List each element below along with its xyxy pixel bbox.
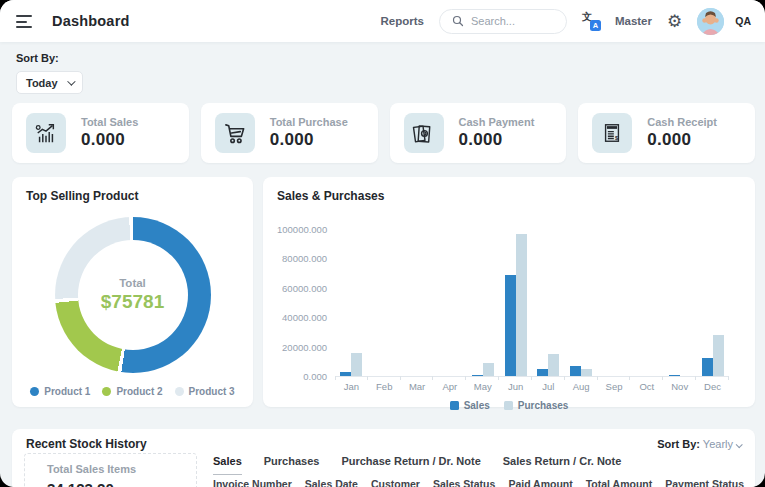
tab-sales-return-cr-note[interactable]: Sales Return / Cr. Note: [503, 455, 622, 475]
stock-table-header: Invoice NumberSales DateCustomerSales St…: [213, 478, 755, 487]
donut-center-label: Total: [119, 277, 146, 289]
x-tick-label: May: [466, 381, 499, 392]
bar-group-apr: [433, 229, 466, 376]
donut-chart[interactable]: Total $75781: [55, 217, 211, 373]
avatar-photo-icon: [697, 8, 724, 35]
cart-icon: [215, 113, 255, 153]
bar-chart-x-labels: JanFebMarAprMayJunJulAugSepOctNovDec: [335, 381, 729, 392]
summary-label: Total Sales Items: [47, 463, 196, 475]
bar-legend-item[interactable]: Sales: [450, 400, 490, 411]
x-tick-label: Jan: [335, 381, 368, 392]
legend-dot-icon: [30, 387, 39, 396]
bar-purchases[interactable]: [483, 363, 494, 376]
bar-sales[interactable]: [702, 358, 713, 376]
tab-purchase-return-dr-note[interactable]: Purchase Return / Dr. Note: [341, 455, 480, 475]
app-window: Dashboard Reports 文 A Master ⚙: [0, 0, 765, 487]
donut-chart-title: Top Selling Product: [26, 189, 239, 203]
column-header-sales-date: Sales Date: [305, 478, 358, 487]
bar-group-aug: [565, 229, 598, 376]
legend-square-icon: [450, 401, 459, 410]
bar-group-jun: [499, 229, 532, 376]
donut-legend-item[interactable]: Product 3: [175, 386, 235, 397]
x-tick-label: Jun: [499, 381, 532, 392]
charts-row: Top Selling Product Total $75781 Product…: [12, 177, 755, 407]
stock-sortby-dropdown[interactable]: Sort By: Yearly: [657, 438, 741, 450]
receipt-icon: $: [592, 113, 632, 153]
stat-label: Cash Payment: [459, 116, 535, 128]
bar-sales[interactable]: [505, 275, 516, 376]
bar-chart-title: Sales & Purchases: [277, 189, 741, 203]
stat-value: 0.000: [459, 130, 535, 150]
sortby-section: Sort By: Today: [0, 42, 765, 94]
bar-group-may: [466, 229, 499, 376]
page-title: Dashboard: [52, 13, 130, 29]
bar-legend-item[interactable]: Purchases: [504, 400, 569, 411]
settings-gear-icon[interactable]: ⚙: [667, 13, 682, 30]
x-tick-label: Aug: [565, 381, 598, 392]
stat-label: Total Sales: [81, 116, 138, 128]
chevron-down-icon: [67, 77, 75, 85]
search-input[interactable]: [471, 15, 551, 27]
donut-legend-item[interactable]: Product 1: [30, 386, 90, 397]
x-tick-label: Oct: [630, 381, 663, 392]
bar-purchases[interactable]: [581, 369, 592, 376]
x-tick-label: Feb: [368, 381, 401, 392]
stock-tabs: SalesPurchasesPurchase Return / Dr. Note…: [213, 455, 755, 475]
bar-purchases[interactable]: [516, 234, 527, 376]
total-sales-items-box: Total Sales Items 34.123.20: [24, 453, 197, 487]
tab-purchases[interactable]: Purchases: [264, 455, 320, 475]
x-tick-label: Jul: [532, 381, 565, 392]
sortby-value: Today: [26, 77, 58, 89]
translate-icon[interactable]: 文 A: [582, 12, 600, 30]
donut-center-value: $75781: [101, 291, 164, 313]
bar-purchases[interactable]: [713, 335, 724, 376]
stat-value: 0.000: [81, 130, 138, 150]
donut-legend-item[interactable]: Product 2: [102, 386, 162, 397]
bar-group-feb: [368, 229, 401, 376]
stock-sortby-label: Sort By:: [657, 438, 700, 450]
bar-purchases[interactable]: [548, 354, 559, 376]
search-box[interactable]: [439, 9, 567, 34]
master-menu[interactable]: Master: [615, 15, 652, 27]
y-tick-label: 0.000: [277, 371, 327, 382]
sales-trend-icon: [26, 113, 66, 153]
legend-square-icon: [504, 401, 513, 410]
x-tick-label: Apr: [433, 381, 466, 392]
tab-sales[interactable]: Sales: [213, 455, 242, 475]
sales-purchases-card: Sales & Purchases 0.00020000.00040000.00…: [263, 177, 755, 407]
user-initials: QA: [735, 15, 751, 27]
bar-sales[interactable]: [472, 375, 483, 376]
cash-icon: [404, 113, 444, 153]
legend-dot-icon: [102, 387, 111, 396]
bar-sales[interactable]: [537, 369, 548, 376]
bar-group-dec: [696, 229, 729, 376]
search-icon: [452, 15, 464, 27]
menu-toggle-icon[interactable]: [16, 14, 34, 28]
top-selling-product-card: Top Selling Product Total $75781 Product…: [12, 177, 253, 407]
sortby-dropdown[interactable]: Today: [16, 71, 83, 94]
reports-link[interactable]: Reports: [380, 15, 423, 27]
top-bar: Dashboard Reports 文 A Master ⚙: [0, 0, 765, 42]
bar-chart-plot[interactable]: 0.00020000.00040000.00060000.00080000.00…: [335, 229, 729, 377]
bar-purchases[interactable]: [351, 353, 362, 376]
bar-sales[interactable]: [570, 366, 581, 376]
stock-history-title: Recent Stock History: [26, 437, 147, 451]
bar-sales[interactable]: [669, 375, 680, 376]
bar-group-jan: [335, 229, 368, 376]
y-tick-label: 20000.000: [277, 341, 327, 352]
recent-stock-history-card: Recent Stock History Sort By: Yearly Tot…: [12, 429, 755, 487]
legend-dot-icon: [175, 387, 184, 396]
stat-label: Cash Receipt: [647, 116, 717, 128]
y-tick-label: 40000.000: [277, 312, 327, 323]
bar-sales[interactable]: [340, 372, 351, 376]
cash-receipt-card: $ Cash Receipt 0.000: [578, 103, 755, 163]
y-tick-label: 100000.000: [277, 224, 327, 235]
summary-value: 34.123.20: [47, 480, 196, 487]
avatar[interactable]: [697, 8, 724, 35]
y-tick-label: 80000.000: [277, 253, 327, 264]
column-header-customer: Customer: [371, 478, 420, 487]
bar-chart-legend: SalesPurchases: [277, 400, 741, 411]
bar-group-mar: [401, 229, 434, 376]
bar-group-oct: [630, 229, 663, 376]
chevron-down-icon: [736, 441, 743, 448]
